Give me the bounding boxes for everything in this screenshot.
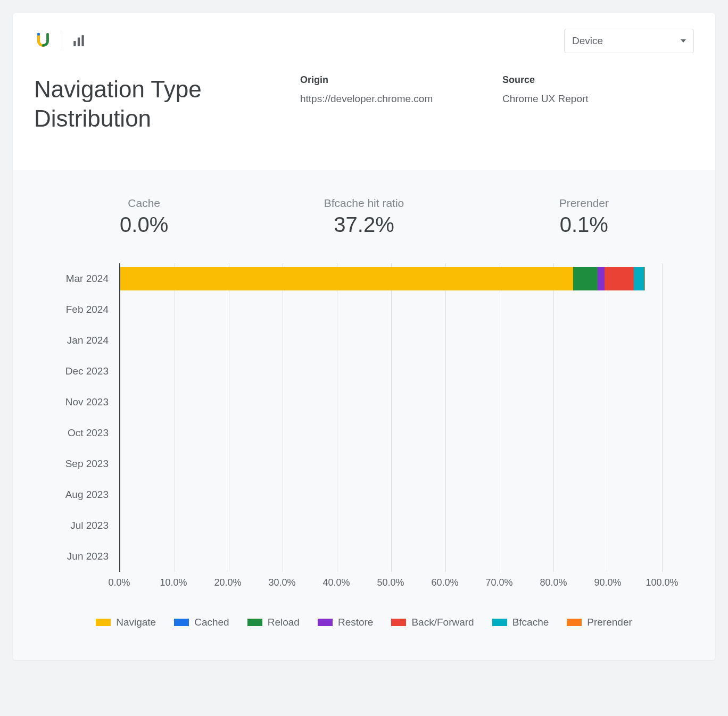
stat-bfcache-label: Bfcache hit ratio: [254, 197, 474, 210]
x-tick-label: 80.0%: [540, 577, 567, 588]
bar-segment: [634, 267, 644, 290]
legend-label: Back/Forward: [411, 617, 474, 628]
stat-bfcache: Bfcache hit ratio 37.2%: [254, 197, 474, 237]
origin-label: Origin: [300, 74, 492, 86]
chart-section: Cache 0.0% Bfcache hit ratio 37.2% Prere…: [13, 170, 715, 660]
y-tick-label: Jul 2023: [70, 520, 109, 531]
plot-area: [119, 263, 662, 572]
x-tick-label: 60.0%: [431, 577, 458, 588]
svg-rect-1: [73, 41, 76, 46]
bar-segment: [598, 267, 605, 290]
stat-cache-value: 0.0%: [34, 213, 254, 237]
page-title: Navigation Type Distribution: [34, 74, 289, 133]
stat-bfcache-value: 37.2%: [254, 213, 474, 237]
x-tick-label: 20.0%: [214, 577, 241, 588]
legend-swatch: [391, 619, 406, 626]
y-tick-label: Mar 2024: [66, 273, 109, 285]
device-select[interactable]: Device: [564, 29, 694, 53]
x-tick-label: 70.0%: [485, 577, 512, 588]
stats-row: Cache 0.0% Bfcache hit ratio 37.2% Prere…: [34, 197, 694, 237]
bar-segment: [573, 267, 597, 290]
legend-swatch: [318, 619, 333, 626]
report-card: Device Navigation Type Distribution Orig…: [13, 13, 715, 660]
source-block: Source Chrome UX Report: [502, 74, 694, 133]
source-value: Chrome UX Report: [502, 93, 694, 105]
y-tick-label: Nov 2023: [65, 396, 109, 408]
x-tick-label: 0.0%: [108, 577, 130, 588]
legend-label: Navigate: [116, 617, 156, 628]
stat-prerender-value: 0.1%: [474, 213, 694, 237]
legend-swatch: [96, 619, 111, 626]
legend-label: Reload: [268, 617, 300, 628]
stat-prerender-label: Prerender: [474, 197, 694, 210]
legend-item[interactable]: Reload: [247, 617, 300, 628]
source-label: Source: [502, 74, 694, 86]
bar-row: [120, 267, 653, 290]
app-logo-icon: [34, 32, 52, 50]
x-tick-label: 10.0%: [160, 577, 187, 588]
x-tick-label: 90.0%: [594, 577, 621, 588]
y-tick-label: Feb 2024: [66, 304, 109, 315]
legend-swatch: [247, 619, 262, 626]
stat-prerender: Prerender 0.1%: [474, 197, 694, 237]
bar-segment: [120, 267, 573, 290]
x-tick-label: 30.0%: [268, 577, 295, 588]
legend-label: Bfcache: [512, 617, 549, 628]
bar-segment: [605, 267, 634, 290]
y-tick-label: Dec 2023: [65, 365, 109, 377]
legend-label: Cached: [194, 617, 229, 628]
legend-item[interactable]: Cached: [174, 617, 229, 628]
svg-rect-3: [81, 35, 84, 46]
legend-item[interactable]: Back/Forward: [391, 617, 474, 628]
x-tick-label: 40.0%: [322, 577, 350, 588]
device-select-label: Device: [572, 35, 603, 47]
legend-swatch: [567, 619, 582, 626]
header: Device: [13, 13, 715, 59]
origin-block: Origin https://developer.chrome.com: [300, 74, 492, 133]
stat-cache: Cache 0.0%: [34, 197, 254, 237]
svg-rect-2: [78, 38, 80, 46]
chevron-down-icon: [681, 39, 686, 43]
bar-chart-icon: [72, 34, 86, 48]
y-tick-label: Jan 2024: [67, 335, 109, 346]
y-tick-label: Sep 2023: [65, 458, 109, 470]
y-tick-label: Jun 2023: [67, 551, 109, 562]
legend-item[interactable]: Bfcache: [492, 617, 549, 628]
header-divider: [62, 31, 62, 51]
legend: NavigateCachedReloadRestoreBack/ForwardB…: [34, 617, 694, 628]
y-tick-label: Aug 2023: [65, 489, 109, 501]
legend-item[interactable]: Restore: [318, 617, 374, 628]
legend-swatch: [492, 619, 507, 626]
bar-segment: [644, 267, 645, 290]
svg-point-0: [37, 33, 40, 36]
origin-value: https://developer.chrome.com: [300, 93, 492, 105]
legend-item[interactable]: Navigate: [96, 617, 156, 628]
legend-item[interactable]: Prerender: [567, 617, 632, 628]
meta-row: Navigation Type Distribution Origin http…: [13, 59, 715, 170]
legend-swatch: [174, 619, 189, 626]
x-tick-label: 100.0%: [646, 577, 678, 588]
x-tick-label: 50.0%: [377, 577, 404, 588]
legend-label: Restore: [338, 617, 374, 628]
stacked-bar-chart: Mar 2024Feb 2024Jan 2024Dec 2023Nov 2023…: [45, 263, 683, 604]
y-tick-label: Oct 2023: [68, 427, 109, 439]
stat-cache-label: Cache: [34, 197, 254, 210]
legend-label: Prerender: [587, 617, 632, 628]
gridline: [662, 263, 663, 572]
